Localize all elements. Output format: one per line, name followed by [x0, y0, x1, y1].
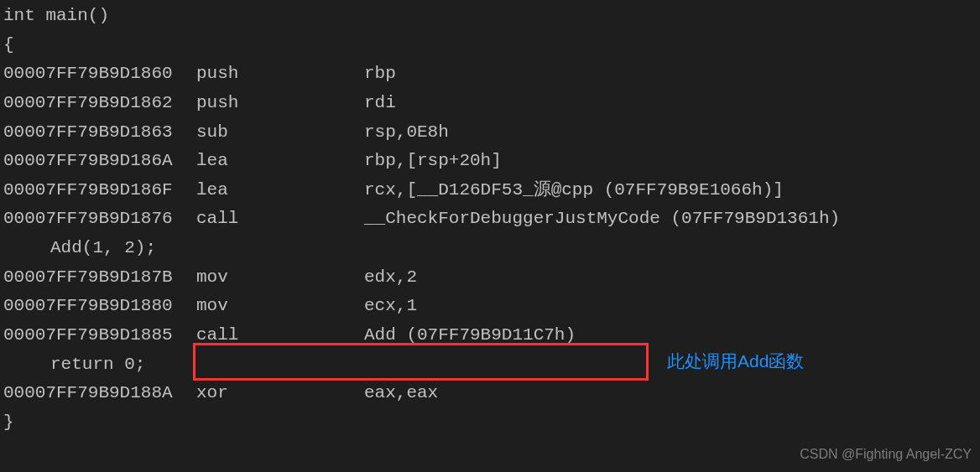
address: 00007FF79B9D1876 [3, 205, 196, 234]
address: 00007FF79B9D186F [3, 176, 196, 205]
operand: rsp,0E8h [364, 118, 449, 148]
operand: rdi [364, 89, 396, 118]
address: 00007FF79B9D1862 [3, 89, 196, 118]
opcode: lea [196, 147, 364, 176]
address: 00007FF79B9D1885 [3, 321, 196, 350]
address: 00007FF79B9D186A [3, 147, 196, 176]
code-text: int main() [3, 6, 109, 25]
code-text: { [3, 35, 14, 54]
opcode: push [196, 89, 364, 118]
operand: eax,eax [364, 379, 438, 408]
asm-line: 00007FF79B9D186Flearcx,[__D126DF53_源@cpp… [3, 176, 977, 205]
watermark-text: CSDN @Fighting Angel-ZCY [800, 443, 972, 465]
operand: rcx,[__D126DF53_源@cpp (07FF79B9E1066h)] [364, 176, 784, 205]
opcode: lea [196, 176, 364, 205]
opcode: xor [196, 379, 364, 408]
source-line: int main() [3, 2, 977, 31]
asm-line: 00007FF79B9D188Axoreax,eax [3, 379, 977, 408]
operand: __CheckForDebuggerJustMyCode (07FF79B9D1… [364, 205, 840, 234]
address: 00007FF79B9D1880 [3, 292, 196, 321]
code-text: return 0; [50, 355, 145, 374]
asm-line: 00007FF79B9D187Bmovedx,2 [3, 263, 977, 293]
asm-line: 00007FF79B9D1863subrsp,0E8h [3, 118, 977, 148]
opcode: sub [196, 118, 364, 148]
address: 00007FF79B9D1863 [3, 118, 196, 148]
source-line: { [3, 31, 977, 60]
address: 00007FF79B9D1860 [3, 60, 196, 89]
operand: Add (07FF79B9D11C7h) [364, 321, 576, 350]
address: 00007FF79B9D187B [3, 263, 196, 293]
asm-line: 00007FF79B9D1862pushrdi [3, 89, 977, 118]
annotation-label: 此处调用Add函数 [667, 347, 804, 376]
source-line: return 0; [3, 350, 977, 380]
operand: ecx,1 [364, 292, 417, 321]
operand: rbp,[rsp+20h] [364, 147, 502, 176]
operand: rbp [364, 60, 396, 89]
opcode: mov [196, 263, 364, 293]
asm-line: 00007FF79B9D1880movecx,1 [3, 292, 977, 321]
opcode: call [196, 321, 364, 350]
asm-line: 00007FF79B9D1885callAdd (07FF79B9D11C7h) [3, 321, 977, 350]
code-text: Add(1, 2); [50, 238, 156, 257]
opcode: push [196, 60, 364, 89]
source-line: Add(1, 2); [3, 234, 977, 263]
opcode: call [196, 205, 364, 234]
operand: edx,2 [364, 263, 417, 293]
opcode: mov [196, 292, 364, 321]
asm-line: 00007FF79B9D1876call__CheckForDebuggerJu… [3, 205, 977, 234]
asm-line: 00007FF79B9D186Alearbp,[rsp+20h] [3, 147, 977, 176]
asm-line: 00007FF79B9D1860pushrbp [3, 60, 977, 89]
source-line: } [3, 408, 977, 438]
code-text: } [3, 412, 14, 432]
address: 00007FF79B9D188A [3, 379, 196, 408]
